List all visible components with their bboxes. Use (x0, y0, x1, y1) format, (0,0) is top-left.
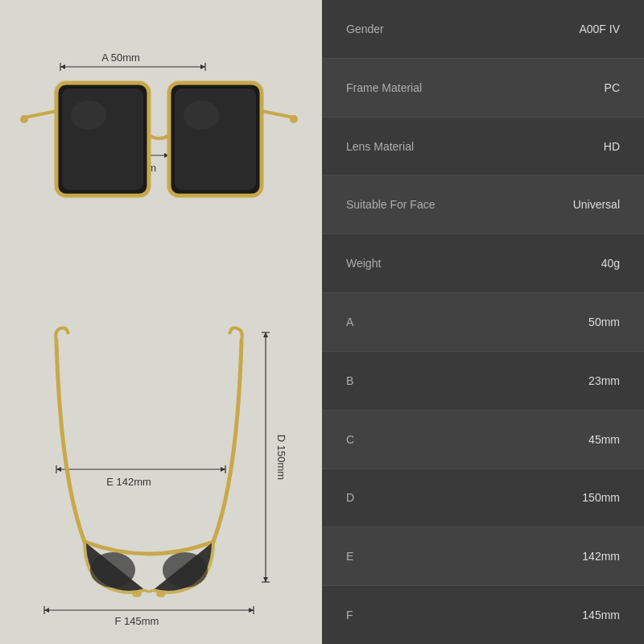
svg-marker-39 (221, 467, 225, 472)
svg-rect-20 (62, 89, 143, 190)
spec-label: E (346, 550, 353, 563)
svg-marker-44 (44, 608, 49, 613)
spec-row: Weight40g (322, 234, 644, 293)
spec-value: A00F IV (579, 23, 620, 35)
spec-row: A50mm (322, 293, 644, 352)
svg-marker-45 (249, 608, 254, 613)
spec-row: B23mm (322, 352, 644, 411)
spec-value: HD (604, 140, 620, 153)
svg-point-21 (71, 101, 106, 130)
spec-value: 23mm (588, 374, 620, 387)
spec-label: Weight (346, 257, 381, 270)
svg-line-26 (262, 111, 294, 118)
spec-row: Frame MaterialPC (322, 59, 644, 118)
spec-value: 142mm (582, 550, 620, 563)
svg-point-24 (184, 101, 219, 130)
spec-row: D150mm (322, 469, 644, 528)
svg-rect-23 (175, 89, 256, 190)
svg-text:F  145mm: F 145mm (115, 615, 159, 627)
spec-row: Suitable For FaceUniversal (322, 175, 644, 234)
svg-marker-4 (60, 64, 65, 69)
spec-row: C45mm (322, 411, 644, 469)
spec-label: F (346, 609, 353, 621)
spec-row: GenderA00F IV (322, 0, 644, 59)
front-view-diagram: A 50mm B 23mm C 45mm C 45mm (12, 10, 310, 292)
spec-value: PC (605, 81, 620, 94)
spec-row: F145mm (322, 586, 644, 644)
spec-label: Suitable For Face (346, 198, 436, 211)
spec-value: Universal (573, 198, 620, 211)
side-view-diagram: D 150mm E 142mm F 145mm (12, 312, 310, 634)
spec-label: Lens Material (346, 140, 414, 153)
spec-row: Lens MaterialHD (322, 118, 644, 176)
spec-value: 45mm (588, 433, 620, 446)
svg-text:E  142mm: E 142mm (106, 476, 151, 488)
side-view-svg: D 150mm E 142mm F 145mm (12, 312, 310, 634)
svg-point-47 (132, 591, 142, 597)
svg-point-50 (163, 552, 208, 588)
spec-label: D (346, 491, 354, 504)
svg-marker-38 (56, 467, 61, 472)
diagram-panel: A 50mm B 23mm C 45mm C 45mm (0, 0, 322, 644)
specs-panel: GenderA00F IVFrame MaterialPCLens Materi… (322, 0, 644, 644)
spec-label: A (346, 316, 353, 328)
front-view-svg: A 50mm B 23mm C 45mm C 45mm (12, 10, 310, 292)
spec-row: E142mm (322, 527, 644, 586)
svg-marker-5 (200, 64, 205, 69)
spec-label: Gender (346, 23, 384, 35)
svg-marker-32 (263, 332, 268, 337)
svg-point-27 (290, 115, 298, 123)
svg-line-25 (24, 111, 56, 118)
spec-value: 50mm (588, 316, 620, 328)
spec-label: B (346, 374, 353, 387)
svg-point-49 (90, 552, 135, 588)
svg-point-28 (20, 115, 28, 123)
spec-value: 40g (601, 257, 620, 270)
svg-text:D  150mm: D 150mm (275, 434, 287, 479)
svg-point-48 (156, 591, 166, 597)
spec-value: 150mm (582, 491, 620, 504)
spec-value: 145mm (582, 609, 620, 621)
svg-text:A  50mm: A 50mm (101, 52, 140, 64)
spec-label: Frame Material (346, 81, 422, 94)
spec-label: C (346, 433, 354, 446)
svg-marker-33 (263, 577, 268, 582)
